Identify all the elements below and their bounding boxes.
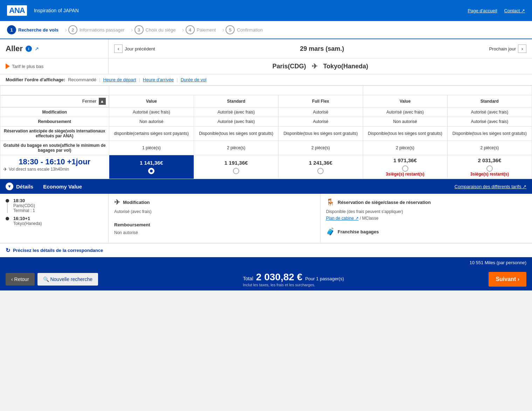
arrive-time: 16:10+1 [13,216,42,221]
step-3[interactable]: 3 Choix du siège [134,25,181,34]
step-2[interactable]: 2 Informations passager [68,25,130,34]
details-label: Détails [16,184,33,190]
remb-card-title: Remboursement [114,222,150,227]
col-prem-value: Value [363,95,447,108]
price-eco-fullflex-amount: 1 241,36€ [281,160,360,166]
detail-card-seat: 🪑 Réservation de siège/classe de réserva… [320,194,532,243]
header-nav: Page d'accueil Contact ↗ [468,8,525,13]
step-1[interactable]: 1 Recherche de vols [7,25,63,34]
steps-bar: 1 Recherche de vols › 2 Informations pas… [0,21,532,39]
route-display: Paris(CDG) ✈ Tokyo(Haneda) [109,59,532,74]
prev-arrow-icon: ‹ [114,44,123,53]
correspondence-label: Précisez les détails de la correspondanc… [13,248,103,253]
fare-header-row-2: Fermer ▲ Value Standard Full Flex Value … [0,95,532,108]
row-mod-val-1: Autorisé (avec frais) [194,108,278,117]
row-remb-val-3: Non autorisé [363,117,447,126]
details-right: Comparaison des différents tarifs ↗ [455,184,526,189]
comparison-link[interactable]: Comparaison des différents tarifs ↗ [455,184,526,189]
sort-sep-2: | [139,77,140,82]
passengers-label: Pour 1 passager(s) [305,276,344,281]
back-button[interactable]: ‹ Retour [6,273,35,286]
sort-arrivee-link[interactable]: Heure d'arrivée [143,77,174,82]
refresh-icon: ↻ [6,247,10,254]
total-amount: 2 030,82 € [256,272,302,283]
fare-header-row-1: Economy Premium Economy [0,86,532,95]
sort-depart-link[interactable]: Heure de départ [103,77,136,82]
total-sub: Inclut les taxes, les frais et les surch… [243,283,344,287]
col-eco-fullflex: Full Flex [278,95,363,108]
next-button[interactable]: Suivant › [489,272,526,287]
sort-sep-1: | [99,77,100,82]
remb-card-header: Remboursement [114,222,315,227]
tarif-triangle-icon [6,63,10,69]
col-eco-value: Value [109,95,194,108]
chevron-down-icon: ▼ [7,184,12,189]
miles-text: 10 551 Miles (par personne) [469,260,526,265]
col-prem-standard: Standard [447,95,532,108]
seat-card-header: 🪑 Réservation de siège/classe de réserva… [326,198,526,206]
next-day-button[interactable]: Prochain jour › [489,44,526,53]
baggage-card-header: 🧳 Franchise bagages [326,227,526,236]
timeline-line [7,203,8,213]
row-res-label: Réservation anticipée de siège(vols inte… [0,126,109,141]
info-icon[interactable]: i [26,46,32,52]
flight-time: 18:30 - 16:10 +1jour [3,157,106,166]
radio-prem-standard[interactable] [486,165,493,172]
price-prem-standard[interactable]: 2 031,36€ 3siège(s) restant(s) [447,155,532,179]
step-5[interactable]: 5 Confirmation [226,25,268,34]
row-mod-label: Modification [0,108,109,117]
ana-logo: ANA [7,5,27,16]
seats-prem-standard: 3siège(s) restant(s) [450,172,529,177]
footer-total: Total 2 030,82 € Pour 1 passager(s) Incl… [243,272,344,287]
price-prem-value[interactable]: 1 971,36€ 3siège(s) restant(s) [363,155,447,179]
step-4-num: 4 [186,25,195,34]
fermer-cell: Fermer ▲ [0,95,109,107]
radio-eco-standard[interactable] [233,168,239,174]
external-link-icon[interactable]: ↗ [35,46,39,52]
flight-plane-icon: ✈ [3,166,7,172]
price-eco-value[interactable]: 1 141,36€ [109,155,194,179]
footer-left: ‹ Retour 🔍 Nouvelle recherche [6,273,98,286]
empty-header-cell [0,86,109,95]
radio-inner [150,170,153,172]
next-day-label: Prochain jour [489,46,516,52]
step-1-num: 1 [7,25,16,34]
timeline-entry-arrive: 16:10+1 Tokyo(Haneda) [6,216,103,226]
origin: Paris(CDG) [272,63,306,70]
fare-table: Economy Premium Economy Fermer ▲ Value S… [0,85,532,179]
row-mod-val-3: Autorisé (avec frais) [363,108,447,117]
radio-prem-value[interactable] [402,165,408,172]
mod-card-title: Modification [123,200,150,205]
plan-cabine-link[interactable]: Plan de cabine ↗ [326,216,359,221]
mod-card-value: Autorisé (avec frais) [114,209,315,214]
timeline-dot-depart [6,199,9,203]
accueil-link[interactable]: Page d'accueil [468,8,497,13]
step-5-num: 5 [226,25,235,34]
mclasse-label: / MClasse [360,216,378,221]
row-remb-val-4: Autorisé (avec frais) [447,117,532,126]
economy-header: Economy [109,86,363,95]
step-4[interactable]: 4 Paiement [186,25,221,34]
row-bag-val-3: 2 pièce(s) [363,141,447,155]
step-2-num: 2 [68,25,77,34]
radio-eco-fullflex[interactable] [317,168,324,174]
sort-duree-link[interactable]: Durée de vol [181,77,207,82]
price-eco-standard[interactable]: 1 191,36€ [194,155,278,179]
total-label: Total [243,276,254,281]
sort-label: Modifier l'ordre d'affichage: [6,77,65,82]
row-mod-val-2: Autorisé [278,108,363,117]
row-bag-val-2: 2 pièce(s) [278,141,363,155]
sort-current: Recommandé [68,77,96,82]
row-bag-val-1: 2 pièce(s) [194,141,278,155]
correspondence-bar[interactable]: ↻ Précisez les détails de la corresponda… [0,243,532,257]
radio-eco-value[interactable] [148,168,154,174]
row-baggage: Gratuité du bagage en soute(affiche le m… [0,141,532,155]
price-eco-fullflex[interactable]: 1 241,36€ [278,155,363,179]
new-search-button[interactable]: 🔍 Nouvelle recherche [37,273,98,286]
row-res-val-4: Disponible(tous les sièges sont gratuits… [447,126,532,141]
fermer-button[interactable]: ▲ [99,98,106,105]
main-content: Aller i ↗ ‹ Jour précédent 29 mars (sam.… [0,39,532,268]
details-chevron-icon[interactable]: ▼ [6,183,13,190]
contact-link[interactable]: Contact ↗ [504,8,525,13]
prev-day-button[interactable]: ‹ Jour précédent [114,44,155,53]
